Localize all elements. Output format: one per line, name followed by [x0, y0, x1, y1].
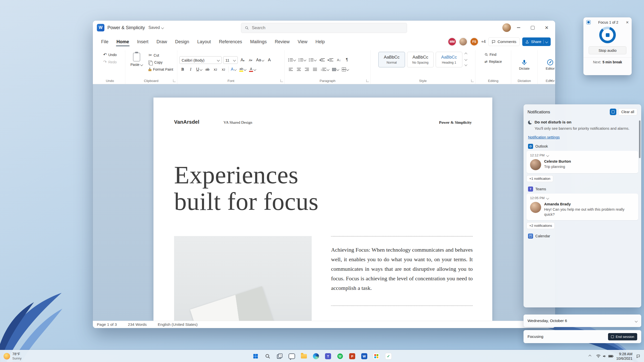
style-gallery-more-button[interactable] — [465, 62, 467, 66]
sort-button[interactable]: A↓ — [336, 56, 342, 63]
share-button[interactable]: Share — [522, 37, 551, 46]
calendar-date-bar[interactable]: Wednesday, October 6 — [524, 314, 641, 327]
task-view-button[interactable] — [275, 351, 285, 361]
notification-center-button[interactable] — [635, 353, 641, 359]
microsoft-365-button[interactable] — [371, 351, 381, 361]
underline-button[interactable]: U — [195, 66, 203, 73]
justify-button[interactable] — [312, 66, 318, 73]
presence-badge-fs[interactable]: FS — [470, 37, 478, 46]
language-indicator[interactable]: English (United States) — [158, 322, 198, 327]
search-input[interactable] — [251, 25, 403, 31]
replace-button[interactable]: ⇄Replace — [483, 59, 503, 64]
format-painter-button[interactable]: Format Paint — [147, 67, 174, 72]
chat-button[interactable] — [287, 351, 297, 361]
tab-draw[interactable]: Draw — [153, 37, 171, 47]
weather-widget[interactable]: 78°F Sunny — [4, 350, 22, 362]
collapse-ribbon-button[interactable] — [550, 77, 552, 81]
shrink-font-button[interactable]: A▾ — [247, 57, 254, 64]
tab-review[interactable]: Review — [271, 37, 293, 47]
document-image[interactable] — [174, 236, 312, 321]
redo-button[interactable]: ↷Redo — [102, 59, 118, 65]
end-session-button[interactable]: End session — [608, 333, 637, 340]
dialog-launcher-icon[interactable] — [366, 79, 369, 82]
system-tray-status[interactable] — [596, 351, 614, 361]
clear-formatting-button[interactable]: A — [266, 57, 273, 64]
tab-home[interactable]: Home — [113, 37, 133, 47]
paste-button[interactable]: Paste — [128, 52, 145, 68]
todo-button[interactable]: ✓ — [383, 351, 393, 361]
notification-settings-link[interactable]: Notification settings — [528, 135, 560, 139]
spotify-button[interactable] — [335, 351, 345, 361]
shading-button[interactable] — [331, 66, 340, 73]
multilevel-list-button[interactable] — [308, 56, 317, 63]
font-color-button[interactable]: A — [248, 66, 257, 73]
align-right-button[interactable] — [304, 66, 310, 73]
tab-help[interactable]: Help — [312, 37, 329, 47]
italic-button[interactable]: I — [187, 66, 194, 73]
focus-close-button[interactable]: × — [626, 20, 629, 25]
search-box[interactable] — [241, 23, 407, 33]
chevron-down-icon[interactable] — [546, 154, 549, 157]
autosave-status-dropdown[interactable]: Saved — [148, 25, 164, 30]
comments-button[interactable]: Comments — [488, 37, 520, 46]
edge-button[interactable] — [311, 351, 321, 361]
style-no-spacing[interactable]: AaBbCc No Spacing — [407, 52, 434, 67]
chevron-down-icon[interactable] — [546, 197, 549, 199]
teams-group-header[interactable]: T Teams — [524, 182, 641, 194]
teams-button[interactable]: T — [323, 351, 333, 361]
tab-file[interactable]: File — [97, 37, 112, 47]
subscript-button[interactable]: x2 — [212, 66, 219, 73]
tab-insert[interactable]: Insert — [133, 37, 152, 47]
superscript-button[interactable]: x2 — [220, 66, 227, 73]
increase-indent-button[interactable]: ▸ — [327, 56, 334, 63]
account-avatar[interactable] — [502, 23, 511, 32]
style-gallery-up-button[interactable] — [465, 52, 467, 56]
presence-more-count[interactable]: +4 — [481, 39, 486, 44]
style-normal[interactable]: AaBbCc Normal — [378, 52, 405, 67]
align-left-button[interactable] — [288, 66, 294, 73]
expand-calendar-button[interactable] — [635, 319, 637, 323]
dictate-button[interactable]: Dictate — [519, 59, 530, 70]
stop-audio-button[interactable]: Stop audio — [589, 46, 626, 54]
editor-button[interactable]: Editor — [546, 59, 554, 70]
show-hidden-icons-button[interactable] — [586, 353, 593, 360]
close-button[interactable]: × — [540, 22, 553, 33]
show-formatting-button[interactable]: ¶ — [344, 56, 350, 63]
file-explorer-button[interactable] — [299, 351, 309, 361]
borders-button[interactable] — [341, 66, 349, 73]
numbering-button[interactable] — [298, 56, 307, 63]
scrollbar[interactable] — [639, 120, 640, 158]
find-button[interactable]: Find — [483, 52, 498, 57]
cut-button[interactable]: ✂Cut — [147, 52, 160, 58]
tab-mailings[interactable]: Mailings — [246, 37, 270, 47]
strikethrough-button[interactable]: ab — [204, 66, 211, 73]
word-button[interactable]: W — [359, 351, 369, 361]
notification-settings-icon[interactable] — [610, 109, 616, 115]
tab-design[interactable]: Design — [171, 37, 193, 47]
decrease-indent-button[interactable]: ◂ — [318, 56, 326, 63]
dialog-launcher-icon[interactable] — [173, 79, 176, 82]
font-family-select[interactable]: Calibri (Body) — [179, 56, 222, 64]
minimize-button[interactable] — [512, 22, 525, 33]
style-heading-1[interactable]: AaBbCc Heading 1 — [436, 52, 462, 67]
outlook-group-header[interactable]: O Outlook — [524, 139, 641, 151]
font-size-select[interactable]: 11 — [223, 56, 238, 64]
presence-badge-mm[interactable]: MM — [448, 37, 456, 46]
align-center-button[interactable] — [296, 66, 302, 73]
document-page[interactable]: VanArsdel VA Shared Design Power & Simpl… — [153, 98, 492, 321]
line-spacing-button[interactable]: ↕ — [320, 66, 330, 73]
change-case-button[interactable]: Aa — [255, 57, 265, 64]
calendar-group-header[interactable]: Calendar — [524, 229, 641, 241]
tab-references[interactable]: References — [215, 37, 246, 47]
bullets-button[interactable] — [288, 56, 296, 63]
powerpoint-button[interactable]: P — [347, 351, 357, 361]
outlook-notification-card[interactable]: 12:12 PM Celeste Burton Trip planning — [527, 151, 638, 173]
text-effects-button[interactable]: A — [230, 66, 237, 73]
bold-button[interactable]: B — [179, 66, 186, 73]
grow-font-button[interactable]: A▴ — [239, 57, 246, 64]
maximize-button[interactable] — [526, 22, 539, 33]
clock[interactable]: 9:28 AM 10/6/2021 — [616, 352, 632, 361]
presence-avatar[interactable] — [459, 37, 467, 46]
clear-all-button[interactable]: Clear all — [618, 108, 637, 115]
dialog-launcher-icon[interactable] — [471, 79, 474, 82]
